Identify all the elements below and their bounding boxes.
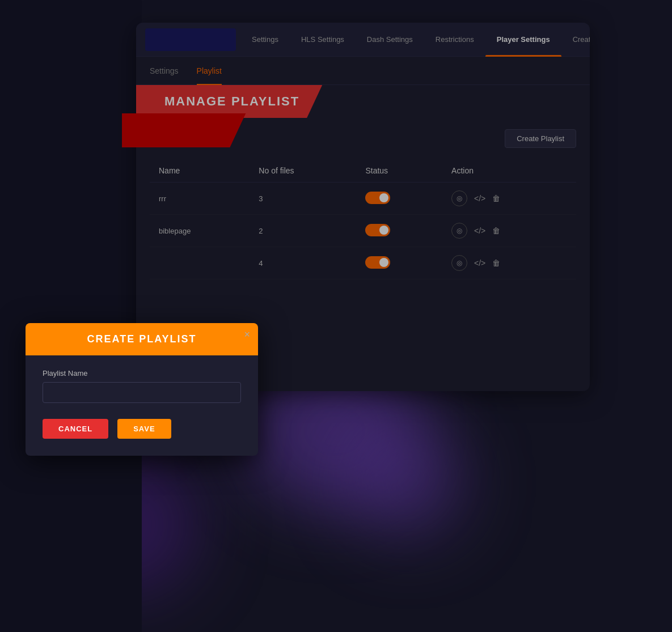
- modal-overlay: [0, 0, 672, 632]
- modal-close-button[interactable]: ×: [244, 329, 250, 341]
- playlist-name-label: Playlist Name: [43, 369, 241, 377]
- playlist-name-input[interactable]: [43, 382, 241, 403]
- modal-actions: CANCEL SAVE: [43, 419, 241, 439]
- create-playlist-modal: × CREATE PLAYLIST Playlist Name CANCEL S…: [26, 323, 258, 456]
- modal-body: Playlist Name CANCEL SAVE: [26, 355, 258, 456]
- modal-header: CREATE PLAYLIST: [26, 323, 258, 355]
- save-button[interactable]: SAVE: [117, 419, 171, 439]
- cancel-button[interactable]: CANCEL: [43, 419, 108, 439]
